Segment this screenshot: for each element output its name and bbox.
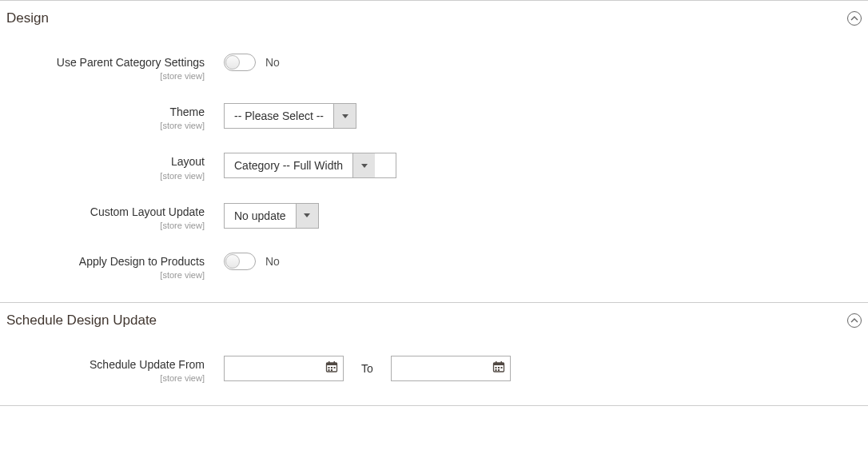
field-label: Layout [6,154,205,169]
svg-rect-17 [498,369,500,371]
field-label: Schedule Update From [6,357,205,372]
section-schedule-design-update: Schedule Design Update Schedule Update F… [0,302,868,406]
svg-rect-14 [498,367,500,368]
field-scope: [store view] [6,171,205,181]
field-scope: [store view] [6,270,205,280]
svg-rect-12 [500,361,502,364]
field-apply-design-to-products: Apply Design to Products [store view] No [6,253,862,280]
field-schedule-update-from: Schedule Update From [store view] [6,356,862,383]
field-label-col: Theme [store view] [6,103,224,130]
chevron-down-icon [296,204,318,228]
field-control: Category -- Full Width [224,153,396,178]
svg-rect-2 [328,361,330,364]
section-schedule-header[interactable]: Schedule Design Update [0,303,868,338]
svg-rect-4 [328,367,330,368]
field-control: No [224,54,280,71]
field-label: Use Parent Category Settings [6,55,205,70]
apply-to-products-toggle[interactable] [224,253,256,270]
svg-rect-13 [495,367,496,368]
chevron-up-icon [847,313,862,328]
field-label: Apply Design to Products [6,254,205,269]
svg-rect-7 [328,369,330,371]
svg-rect-11 [496,361,497,364]
schedule-from-input[interactable] [231,362,325,375]
select-value: No update [225,204,296,228]
select-value: -- Please Select -- [225,104,333,128]
chevron-down-icon [352,153,375,177]
field-scope: [store view] [6,71,205,81]
toggle-value-text: No [265,56,280,69]
field-scope: [store view] [6,121,205,130]
theme-select[interactable]: -- Please Select -- [224,103,356,129]
custom-layout-update-select[interactable]: No update [224,203,319,229]
section-schedule-body: Schedule Update From [store view] [0,338,868,406]
field-label-col: Custom Layout Update [store view] [6,203,224,230]
field-control: No [224,253,280,270]
field-control: -- Please Select -- [224,103,356,129]
section-design-body: Use Parent Category Settings [store view… [0,36,868,302]
svg-rect-1 [327,363,337,365]
field-control: No update [224,203,319,229]
select-value: Category -- Full Width [225,153,352,177]
toggle-knob [225,55,240,70]
field-label-col: Layout [store view] [6,153,224,180]
svg-rect-15 [500,367,502,368]
layout-select[interactable]: Category -- Full Width [224,153,396,178]
schedule-to-input[interactable] [398,362,492,375]
field-scope: [store view] [6,373,205,383]
svg-rect-16 [495,369,496,371]
field-label-col: Schedule Update From [store view] [6,356,224,383]
field-scope: [store view] [6,221,205,230]
field-label: Custom Layout Update [6,205,205,219]
schedule-to-date [391,356,511,381]
field-label-col: Apply Design to Products [store view] [6,253,224,280]
field-control: To [224,356,511,381]
field-label: Theme [6,105,205,119]
section-design: Design Use Parent Category Settings [sto… [0,0,868,302]
svg-rect-10 [493,363,504,365]
field-theme: Theme [store view] -- Please Select -- [6,103,862,130]
calendar-icon[interactable] [325,360,338,376]
svg-rect-5 [331,367,332,368]
svg-rect-6 [334,367,336,368]
section-design-header[interactable]: Design [0,1,868,36]
schedule-from-date [224,356,344,381]
toggle-knob [225,254,240,269]
field-use-parent-category: Use Parent Category Settings [store view… [6,54,862,81]
field-custom-layout-update: Custom Layout Update [store view] No upd… [6,203,862,230]
chevron-down-icon [333,104,356,128]
section-schedule-title: Schedule Design Update [6,313,157,329]
toggle-value-text: No [265,255,280,268]
calendar-icon[interactable] [492,360,505,376]
field-layout: Layout [store view] Category -- Full Wid… [6,153,862,180]
use-parent-toggle[interactable] [224,54,256,71]
chevron-up-icon [847,11,862,26]
section-design-title: Design [6,10,49,26]
svg-rect-8 [331,369,332,371]
svg-rect-3 [334,361,336,364]
field-label-col: Use Parent Category Settings [store view… [6,54,224,81]
schedule-to-label: To [361,362,373,375]
